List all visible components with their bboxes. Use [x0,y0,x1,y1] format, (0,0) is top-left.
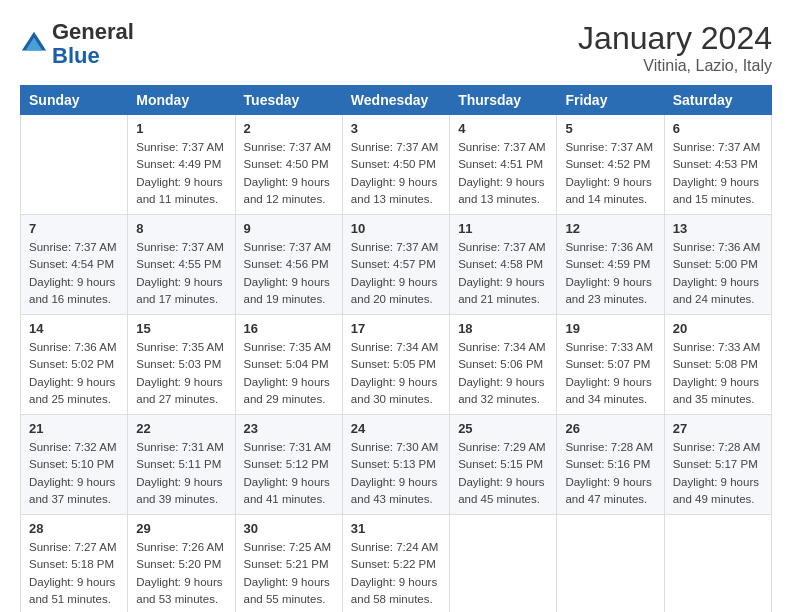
day-info: Sunrise: 7:34 AMSunset: 5:05 PMDaylight:… [351,339,441,408]
day-cell: 6Sunrise: 7:37 AMSunset: 4:53 PMDaylight… [664,115,771,215]
week-row-4: 28Sunrise: 7:27 AMSunset: 5:18 PMDayligh… [21,515,772,613]
day-cell: 15Sunrise: 7:35 AMSunset: 5:03 PMDayligh… [128,315,235,415]
day-number: 3 [351,121,441,136]
day-cell: 14Sunrise: 7:36 AMSunset: 5:02 PMDayligh… [21,315,128,415]
day-number: 29 [136,521,226,536]
day-number: 26 [565,421,655,436]
day-info: Sunrise: 7:36 AMSunset: 5:02 PMDaylight:… [29,339,119,408]
day-cell: 3Sunrise: 7:37 AMSunset: 4:50 PMDaylight… [342,115,449,215]
day-info: Sunrise: 7:37 AMSunset: 4:51 PMDaylight:… [458,139,548,208]
day-info: Sunrise: 7:25 AMSunset: 5:21 PMDaylight:… [244,539,334,608]
day-cell [21,115,128,215]
header-monday: Monday [128,86,235,115]
day-cell: 13Sunrise: 7:36 AMSunset: 5:00 PMDayligh… [664,215,771,315]
day-cell: 21Sunrise: 7:32 AMSunset: 5:10 PMDayligh… [21,415,128,515]
day-number: 18 [458,321,548,336]
day-info: Sunrise: 7:37 AMSunset: 4:55 PMDaylight:… [136,239,226,308]
day-info: Sunrise: 7:32 AMSunset: 5:10 PMDaylight:… [29,439,119,508]
title-block: January 2024 Vitinia, Lazio, Italy [578,20,772,75]
day-number: 8 [136,221,226,236]
day-info: Sunrise: 7:27 AMSunset: 5:18 PMDaylight:… [29,539,119,608]
day-info: Sunrise: 7:37 AMSunset: 4:49 PMDaylight:… [136,139,226,208]
day-cell: 7Sunrise: 7:37 AMSunset: 4:54 PMDaylight… [21,215,128,315]
day-cell: 26Sunrise: 7:28 AMSunset: 5:16 PMDayligh… [557,415,664,515]
day-cell: 27Sunrise: 7:28 AMSunset: 5:17 PMDayligh… [664,415,771,515]
day-number: 2 [244,121,334,136]
header-thursday: Thursday [450,86,557,115]
day-cell: 5Sunrise: 7:37 AMSunset: 4:52 PMDaylight… [557,115,664,215]
day-cell: 19Sunrise: 7:33 AMSunset: 5:07 PMDayligh… [557,315,664,415]
day-number: 11 [458,221,548,236]
day-info: Sunrise: 7:30 AMSunset: 5:13 PMDaylight:… [351,439,441,508]
day-info: Sunrise: 7:31 AMSunset: 5:11 PMDaylight:… [136,439,226,508]
day-cell: 12Sunrise: 7:36 AMSunset: 4:59 PMDayligh… [557,215,664,315]
day-info: Sunrise: 7:35 AMSunset: 5:04 PMDaylight:… [244,339,334,408]
day-info: Sunrise: 7:29 AMSunset: 5:15 PMDaylight:… [458,439,548,508]
day-info: Sunrise: 7:28 AMSunset: 5:16 PMDaylight:… [565,439,655,508]
day-number: 10 [351,221,441,236]
day-cell: 2Sunrise: 7:37 AMSunset: 4:50 PMDaylight… [235,115,342,215]
day-cell: 1Sunrise: 7:37 AMSunset: 4:49 PMDaylight… [128,115,235,215]
day-info: Sunrise: 7:37 AMSunset: 4:53 PMDaylight:… [673,139,763,208]
day-number: 23 [244,421,334,436]
day-number: 30 [244,521,334,536]
day-number: 9 [244,221,334,236]
day-info: Sunrise: 7:28 AMSunset: 5:17 PMDaylight:… [673,439,763,508]
day-info: Sunrise: 7:33 AMSunset: 5:07 PMDaylight:… [565,339,655,408]
day-info: Sunrise: 7:35 AMSunset: 5:03 PMDaylight:… [136,339,226,408]
logo-icon [20,30,48,58]
header-saturday: Saturday [664,86,771,115]
day-number: 22 [136,421,226,436]
day-cell: 30Sunrise: 7:25 AMSunset: 5:21 PMDayligh… [235,515,342,613]
calendar-header-row: SundayMondayTuesdayWednesdayThursdayFrid… [21,86,772,115]
day-info: Sunrise: 7:36 AMSunset: 4:59 PMDaylight:… [565,239,655,308]
header-wednesday: Wednesday [342,86,449,115]
day-cell: 18Sunrise: 7:34 AMSunset: 5:06 PMDayligh… [450,315,557,415]
day-cell: 25Sunrise: 7:29 AMSunset: 5:15 PMDayligh… [450,415,557,515]
day-number: 5 [565,121,655,136]
day-cell [664,515,771,613]
day-number: 1 [136,121,226,136]
month-title: January 2024 [578,20,772,57]
day-cell: 17Sunrise: 7:34 AMSunset: 5:05 PMDayligh… [342,315,449,415]
day-info: Sunrise: 7:37 AMSunset: 4:50 PMDaylight:… [244,139,334,208]
day-cell: 23Sunrise: 7:31 AMSunset: 5:12 PMDayligh… [235,415,342,515]
day-cell: 24Sunrise: 7:30 AMSunset: 5:13 PMDayligh… [342,415,449,515]
day-number: 6 [673,121,763,136]
logo-blue: Blue [52,43,100,68]
day-cell: 10Sunrise: 7:37 AMSunset: 4:57 PMDayligh… [342,215,449,315]
day-number: 14 [29,321,119,336]
week-row-1: 7Sunrise: 7:37 AMSunset: 4:54 PMDaylight… [21,215,772,315]
day-info: Sunrise: 7:37 AMSunset: 4:54 PMDaylight:… [29,239,119,308]
week-row-2: 14Sunrise: 7:36 AMSunset: 5:02 PMDayligh… [21,315,772,415]
calendar-table: SundayMondayTuesdayWednesdayThursdayFrid… [20,85,772,612]
day-info: Sunrise: 7:33 AMSunset: 5:08 PMDaylight:… [673,339,763,408]
day-cell [557,515,664,613]
day-cell: 20Sunrise: 7:33 AMSunset: 5:08 PMDayligh… [664,315,771,415]
day-number: 25 [458,421,548,436]
day-number: 16 [244,321,334,336]
day-info: Sunrise: 7:24 AMSunset: 5:22 PMDaylight:… [351,539,441,608]
day-info: Sunrise: 7:37 AMSunset: 4:58 PMDaylight:… [458,239,548,308]
day-number: 19 [565,321,655,336]
day-cell: 28Sunrise: 7:27 AMSunset: 5:18 PMDayligh… [21,515,128,613]
day-number: 7 [29,221,119,236]
day-cell: 22Sunrise: 7:31 AMSunset: 5:11 PMDayligh… [128,415,235,515]
day-info: Sunrise: 7:37 AMSunset: 4:50 PMDaylight:… [351,139,441,208]
location-title: Vitinia, Lazio, Italy [578,57,772,75]
day-number: 12 [565,221,655,236]
week-row-3: 21Sunrise: 7:32 AMSunset: 5:10 PMDayligh… [21,415,772,515]
header-sunday: Sunday [21,86,128,115]
day-number: 27 [673,421,763,436]
page-header: General Blue January 2024 Vitinia, Lazio… [20,20,772,75]
day-number: 4 [458,121,548,136]
day-number: 31 [351,521,441,536]
day-cell: 16Sunrise: 7:35 AMSunset: 5:04 PMDayligh… [235,315,342,415]
day-info: Sunrise: 7:26 AMSunset: 5:20 PMDaylight:… [136,539,226,608]
day-info: Sunrise: 7:37 AMSunset: 4:56 PMDaylight:… [244,239,334,308]
header-friday: Friday [557,86,664,115]
day-number: 24 [351,421,441,436]
day-cell: 31Sunrise: 7:24 AMSunset: 5:22 PMDayligh… [342,515,449,613]
day-info: Sunrise: 7:34 AMSunset: 5:06 PMDaylight:… [458,339,548,408]
day-cell: 9Sunrise: 7:37 AMSunset: 4:56 PMDaylight… [235,215,342,315]
